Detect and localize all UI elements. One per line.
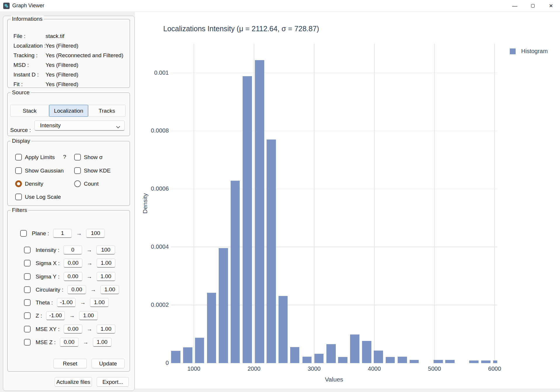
y-tick-label: 0 [126,360,169,366]
filter-from-input[interactable] [53,229,72,238]
histogram-bar [362,341,371,363]
show-sigma-checkbox[interactable]: Show σ [74,154,103,161]
histogram-bar [350,334,359,363]
filter-to-input[interactable] [97,325,115,334]
histogram-bar [326,344,336,363]
y-tick-label: 0.0008 [126,127,169,134]
histogram-bar [493,360,497,363]
filter-to-input[interactable] [93,338,112,347]
show-kde-checkbox[interactable]: Show KDE [74,167,111,174]
reset-button[interactable]: Reset [53,359,87,368]
filter-from-input[interactable] [57,298,76,307]
checkbox-icon[interactable] [24,260,31,266]
histogram-bar [469,360,479,363]
filter-label: Intensity : [36,247,59,253]
x-gridline [494,44,495,363]
x-tick-label: 2000 [239,365,269,372]
arrow-right-icon: → [83,339,88,346]
checkbox-icon[interactable] [15,194,22,200]
filter-from-input[interactable] [64,325,82,334]
filter-to-input[interactable] [86,229,105,238]
checkbox-icon[interactable] [24,326,31,332]
histogram-bar [434,360,443,363]
checkbox-icon[interactable] [24,286,31,293]
info-label: Instant D : [13,72,39,78]
tab-localization[interactable]: Localization [49,105,88,117]
help-text: ? [63,154,66,160]
tab-tracks[interactable]: Tracks [88,105,126,117]
radio-icon[interactable] [74,180,81,187]
show-sigma-label: Show σ [84,154,103,161]
filter-to-input[interactable] [79,311,98,320]
maximize-button[interactable] [524,0,542,12]
y-gridline [171,131,497,131]
filters-group: Filters Plane : → Intensity : → Sigma X … [7,210,130,372]
info-label: File : [13,33,25,39]
count-radio[interactable]: Count [74,180,99,187]
tab-stack[interactable]: Stack [10,105,49,117]
checkbox-icon[interactable] [24,299,31,306]
filter-from-input[interactable] [67,285,86,294]
y-tick-label: 0.0006 [126,185,169,192]
filter-row-mse-z: MSE Z : → [8,337,130,347]
radio-selected-icon[interactable] [15,180,22,187]
chart-title: Localizations Intensity (μ = 2112.64, σ … [131,25,351,33]
filter-from-input[interactable] [63,245,82,255]
checkbox-icon[interactable] [24,273,31,280]
show-kde-label: Show KDE [84,168,111,174]
histogram-bar [410,360,419,363]
filter-to-input[interactable] [90,298,109,307]
info-label: MSD : [13,62,29,68]
filter-label: MSE Z : [36,339,56,346]
info-value: Yes (Filtered) [46,72,78,78]
x-gridline [194,44,194,363]
use-log-scale-checkbox[interactable]: Use Log Scale [15,194,61,200]
filter-from-input[interactable] [46,311,65,320]
filter-row-sigma-x: Sigma X : → [8,258,130,268]
info-value: Yes (Filtered) [46,81,78,88]
use-log-scale-label: Use Log Scale [25,194,61,200]
histogram-bar [302,357,312,363]
actualize-files-button[interactable]: Actualize files [55,377,92,387]
checkbox-icon[interactable] [24,339,31,346]
show-gaussian-checkbox[interactable]: Show Gaussian [15,167,64,174]
filter-from-input[interactable] [60,338,79,347]
y-tick-label: 0.001 [126,69,169,76]
x-tick-label: 5000 [420,365,449,372]
filter-label: Theta : [36,299,53,306]
arrow-right-icon: → [76,230,82,237]
checkbox-icon[interactable] [24,312,31,319]
checkbox-icon[interactable] [74,167,81,174]
x-tick-label: 6000 [480,365,509,372]
checkbox-icon[interactable] [74,154,81,161]
x-tick-label: 3000 [300,365,329,372]
filter-from-input[interactable] [64,272,82,281]
checkbox-icon[interactable] [15,154,22,161]
filter-to-input[interactable] [96,245,115,255]
histogram-bar [171,351,180,363]
checkbox-icon[interactable] [24,247,31,253]
filter-to-input[interactable] [97,272,115,281]
density-radio[interactable]: Density [15,180,43,187]
source-dropdown[interactable]: Intensity [34,121,125,131]
apply-limits-help[interactable]: ? [63,154,66,160]
histogram-bar [386,357,395,363]
filter-to-input[interactable] [100,285,119,294]
actualize-files-label: Actualize files [56,379,90,385]
histogram-bar [338,357,347,363]
filter-from-input[interactable] [64,259,82,268]
arrow-right-icon: → [91,287,96,293]
close-button[interactable]: ✕ [542,0,560,12]
checkbox-icon[interactable] [15,167,22,174]
y-gridline [171,73,497,73]
apply-limits-checkbox[interactable]: Apply Limits [15,154,55,161]
checkbox-icon[interactable] [20,230,27,237]
update-button[interactable]: Update [91,359,125,368]
y-axis-label: Density [142,174,149,233]
filter-to-input[interactable] [97,259,115,268]
minimize-button[interactable]: — [506,0,524,12]
display-group: Display Apply Limits ? Show σ Show Gauss… [7,141,130,206]
source-group: Source Stack Localization Tracks Source … [7,93,130,136]
export-button[interactable]: Export... [97,377,129,387]
source-group-title: Source [11,89,31,96]
